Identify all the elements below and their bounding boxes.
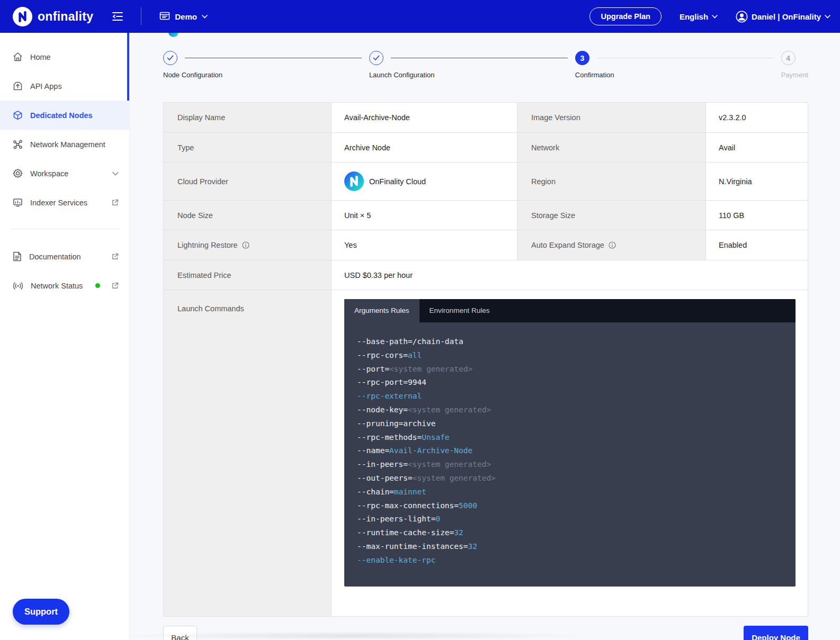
sidebar-item-label: Network Management (30, 140, 105, 149)
network-label: Network (517, 133, 706, 163)
display-name-label: Display Name (164, 103, 332, 133)
deployment-stepper: Node Configuration Launch Configuration … (163, 51, 808, 79)
sidebar-item-home[interactable]: Home (0, 42, 129, 71)
tab-arguments-rules[interactable]: Arguments Rules (344, 299, 419, 322)
chevron-down-icon (712, 15, 718, 19)
top-navigation-bar: onfinality Demo Upgrade Plan English (0, 0, 840, 33)
chevron-down-icon (202, 15, 208, 19)
table-row: Display Name Avail-Archive-Node Image Ve… (164, 103, 808, 133)
brand-name: onfinality (38, 10, 93, 24)
external-link-icon (112, 199, 119, 206)
external-link-icon (112, 282, 119, 289)
deploy-node-button[interactable]: Deploy Node (744, 626, 808, 640)
launch-commands-tabs: Arguments Rules Environment Rules (344, 299, 796, 322)
upgrade-plan-button[interactable]: Upgrade Plan (589, 7, 661, 25)
launch-commands-panel: Arguments Rules Environment Rules --base… (344, 299, 796, 587)
step-payment[interactable]: 4 Payment (781, 51, 808, 79)
info-icon[interactable] (242, 241, 249, 249)
sidebar-item-api-apps[interactable]: API Apps (0, 71, 129, 101)
code-line: --node-key=<system generated> (357, 403, 783, 417)
network-logo-icon (168, 33, 178, 37)
step-label: Payment (781, 71, 808, 79)
code-line: --rpc-external (357, 390, 783, 403)
storage-size-value: 110 GB (706, 201, 808, 230)
code-line: --max-runtime-instances=32 (357, 540, 783, 554)
api-apps-icon (13, 81, 23, 91)
indexer-services-icon (13, 197, 23, 208)
cloud-provider-name: OnFinality Cloud (369, 177, 426, 186)
auto-expand-storage-value: Enabled (706, 230, 808, 260)
home-icon (13, 52, 23, 62)
code-line: --pruning=archive (357, 417, 783, 431)
sidebar-collapse-icon[interactable] (112, 12, 123, 21)
tab-environment-rules[interactable]: Environment Rules (419, 299, 500, 322)
main-content: Node Configuration Launch Configuration … (130, 33, 840, 640)
cloud-provider-value: OnFinality Cloud (332, 163, 517, 201)
lightning-restore-value: Yes (332, 230, 517, 260)
step-label: Node Configuration (163, 71, 369, 79)
user-menu[interactable]: Daniel | OnFinality (736, 11, 830, 23)
cloud-provider-label: Cloud Provider (164, 163, 332, 201)
info-icon[interactable] (609, 241, 616, 249)
language-switcher[interactable]: English (680, 12, 718, 21)
type-label: Type (164, 133, 332, 163)
sidebar: Home API Apps Dedicated Nodes Ne (0, 33, 130, 640)
avatar-icon (736, 11, 748, 23)
user-name: Daniel | OnFinality (752, 12, 821, 21)
step-launch-configuration[interactable]: Launch Configuration (369, 51, 575, 79)
code-line: --rpc-cors=all (357, 349, 783, 363)
chevron-down-icon (112, 172, 119, 176)
region-label: Region (517, 163, 706, 201)
sidebar-item-network-management[interactable]: Network Management (0, 130, 129, 159)
sidebar-divider (11, 229, 121, 229)
step-confirmation[interactable]: 3 Confirmation (575, 51, 781, 79)
step-label: Confirmation (575, 71, 781, 79)
page-title-cutoff (163, 33, 808, 38)
onfinality-logo-icon (13, 7, 32, 26)
chevron-down-icon (825, 15, 830, 19)
type-value: Archive Node (332, 133, 517, 163)
sidebar-item-dedicated-nodes[interactable]: Dedicated Nodes (0, 101, 129, 130)
sidebar-item-workspace[interactable]: Workspace (0, 159, 129, 188)
document-icon (13, 251, 22, 262)
code-line: --in-peers=<system generated> (357, 458, 783, 472)
code-line: --enable-kate-rpc (357, 554, 783, 567)
table-row: Estimated Price USD $0.33 per hour (164, 260, 808, 290)
step-node-configuration[interactable]: Node Configuration (163, 51, 369, 79)
table-row: Node Size Unit × 5 Storage Size 110 GB (164, 201, 808, 230)
node-size-value: Unit × 5 (332, 201, 517, 230)
sidebar-item-indexer-services[interactable]: Indexer Services (0, 188, 129, 217)
launch-commands-label: Launch Commands (164, 290, 332, 617)
storage-size-label: Storage Size (517, 201, 706, 230)
sidebar-item-label: Dedicated Nodes (30, 111, 93, 120)
wizard-footer-actions: Back Deploy Node (163, 626, 808, 640)
support-button[interactable]: Support (13, 599, 69, 625)
external-link-icon (112, 253, 119, 260)
launch-commands-cell: Arguments Rules Environment Rules --base… (332, 290, 808, 617)
confirmation-summary-table: Display Name Avail-Archive-Node Image Ve… (163, 102, 808, 617)
language-label: English (680, 12, 708, 21)
sidebar-item-label: Workspace (30, 169, 68, 178)
back-button[interactable]: Back (163, 626, 197, 640)
network-value: Avail (706, 133, 808, 163)
status-dot (95, 283, 100, 288)
workspace-switcher[interactable]: Demo (159, 12, 208, 21)
code-line: --chain=mainnet (357, 485, 783, 499)
table-row: Cloud Provider OnFinality Cloud Region N… (164, 163, 808, 201)
table-row: Launch Commands Arguments Rules Environm… (164, 290, 808, 617)
sidebar-item-label: API Apps (30, 82, 62, 91)
code-line: --rpc-max-connections=5000 (357, 499, 783, 513)
arguments-code-block[interactable]: --base-path=/chain-data--rpc-cors=all--p… (344, 322, 796, 587)
sidebar-item-network-status[interactable]: Network Status (0, 271, 129, 300)
estimated-price-label: Estimated Price (164, 260, 332, 290)
lightning-restore-label: Lightning Restore (164, 230, 332, 260)
display-name-value: Avail-Archive-Node (332, 103, 517, 133)
step-number: 3 (575, 51, 589, 65)
auto-expand-storage-label: Auto Expand Storage (517, 230, 706, 260)
step-label: Launch Configuration (369, 71, 575, 79)
node-size-label: Node Size (164, 201, 332, 230)
brand[interactable]: onfinality (0, 7, 93, 26)
sidebar-item-documentation[interactable]: Documentation (0, 242, 129, 271)
workspace-icon (159, 12, 170, 21)
code-line: --name=Avail-Archive-Node (357, 444, 783, 458)
